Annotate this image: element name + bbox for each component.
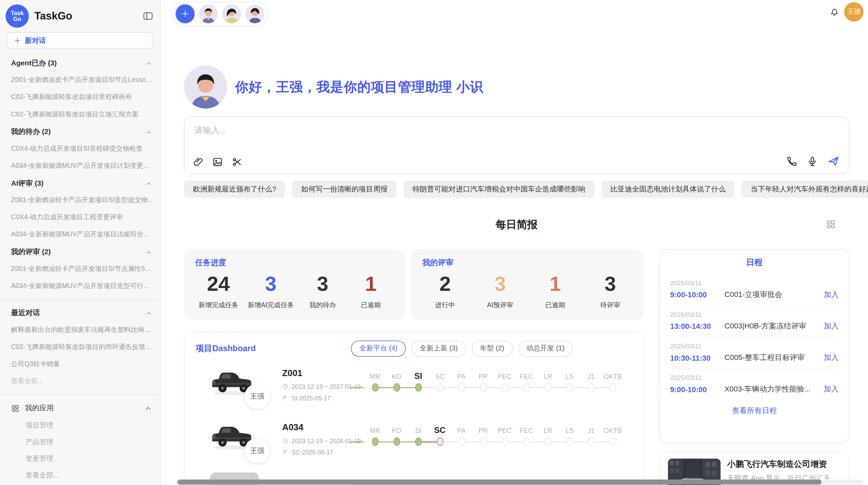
owner-name: 王强 <box>250 391 264 401</box>
message-input[interactable] <box>193 125 583 135</box>
milestone-label: OKTB <box>602 367 624 381</box>
schedule-date: 2025/03/11 <box>670 343 839 349</box>
milestone-label: J1 <box>580 421 602 435</box>
join-meeting-link[interactable]: 加入 <box>824 384 839 394</box>
member-avatar-1[interactable] <box>199 4 218 23</box>
app-sub-item[interactable]: 产品管理 <box>0 434 160 450</box>
conversation-item[interactable]: A034-全新新能源MUV产品开发项目法规符合性评审 <box>0 226 160 243</box>
schedule-item: 2025/03/1110:30-11:30C005-整车工程目标评审加入 <box>670 338 839 369</box>
join-meeting-link[interactable]: 加入 <box>824 290 839 300</box>
conversation-item[interactable]: Z001-全新燃油轻卡产品开发项目SI节点属性5D文件评审 <box>0 260 160 277</box>
suggestion-chip[interactable]: 欧洲新规最近颁布了什么? <box>184 181 285 198</box>
conversation-item[interactable]: C02-飞腾新能源轻客改款项目立项汇报方案 <box>0 106 160 123</box>
new-chat-button[interactable]: 新对话 <box>7 32 153 49</box>
recent-conversation-item[interactable]: 查看全部... <box>0 373 160 390</box>
schedule-time: 9:00-10:00 <box>670 290 724 299</box>
suggestion-chip[interactable]: 当下年轻人对汽车外观有怎样的喜好趋势 <box>742 181 868 198</box>
phone-call-icon[interactable] <box>786 156 798 167</box>
chevron-up-icon <box>145 128 153 135</box>
suggestion-chip[interactable]: 如何写一份清晰的项目周报 <box>292 181 396 198</box>
milestone: PR <box>472 421 494 450</box>
conversation-item[interactable]: C0X4-动力总成开发项目工程变更评审 <box>0 209 160 226</box>
section-header[interactable]: 我的评审 (2) <box>0 243 160 260</box>
dashboard-header: 项目Dashboard 全新平台 (4)全新上装 (3)年型 (2)动总开发 (… <box>184 333 643 357</box>
milestone-label: PA <box>451 367 472 381</box>
recent-conversation-item[interactable]: 解释最新出台的欧盟报废车法规再生塑料比例被调至15%... <box>0 321 160 338</box>
sidebar-item-my-apps[interactable]: 我的应用 <box>0 399 160 417</box>
view-all-schedule-link[interactable]: 查看所有日程 <box>670 406 839 416</box>
section-header[interactable]: 我的待办 (2) <box>0 123 160 140</box>
app-sub-item[interactable]: 变更管理 <box>0 450 160 467</box>
date-range-text: 2023-12-19 ~ 2027-01-19 <box>291 383 361 390</box>
attachment-icon[interactable] <box>192 156 204 168</box>
section-header[interactable]: 最近对话 <box>0 304 160 321</box>
task-progress-card: 任务进度 24新增完成任务3新增AI完成任务3我的待办1已逾期 <box>184 249 405 320</box>
schedule-card: 日程 2025/03/119:00-10:00C001-立项审批会加入2025/… <box>660 249 849 443</box>
member-avatar-3[interactable] <box>245 4 264 23</box>
schedule-item-row: 9:00-10:00C001-立项审批会加入 <box>670 290 839 300</box>
member-avatar-2[interactable] <box>222 4 241 23</box>
milestone: J1 <box>580 421 602 450</box>
conversation-item[interactable]: C0X4-动力总成开发项目SI里程碑提交物检查 <box>0 140 160 157</box>
sidebar-header: Task Go TaskGo <box>0 0 160 28</box>
milestone: FEC <box>516 367 537 396</box>
milestone-dot <box>545 437 551 446</box>
agent-avatars <box>199 4 264 23</box>
hero: 你好，王强，我是你的项目管理助理 小识 <box>184 65 483 109</box>
join-meeting-link[interactable]: 加入 <box>824 321 839 331</box>
sidebar-item[interactable]: 我的云空间 <box>0 484 160 485</box>
clock <box>282 383 289 390</box>
milestone-dot <box>480 437 486 446</box>
milestone-dot <box>566 383 573 391</box>
schedule-event-title: C003|H0B-方案冻结评审 <box>724 321 819 331</box>
suggestion-chip[interactable]: 特朗普可能对进口汽车增税会对中国车企造成哪些影响 <box>403 181 594 198</box>
notification-bell-icon[interactable] <box>829 7 840 17</box>
recent-conversation-item[interactable]: 公司Q3轻卡销量 <box>0 356 160 373</box>
image-upload-icon[interactable] <box>212 156 224 168</box>
milestone-dot <box>545 383 551 391</box>
milestone-timeline: MRKOSISCPAPRPECFECLRLSJ1OKTB <box>364 367 624 396</box>
schedule-title: 日程 <box>670 258 839 268</box>
logo-text-top: Task <box>11 10 23 16</box>
app-title: TaskGo <box>34 10 142 22</box>
dashboard-filter-chip[interactable]: 动总开发 (1) <box>518 340 573 357</box>
conversation-item[interactable]: Z001-全新燃油皮卡产品开发项目SI节点Lesson Learn报告 <box>0 72 160 89</box>
conversation-item[interactable]: A034-全新新能源MUV产品开发项目造型可行性评审 <box>0 277 160 295</box>
app-sub-item[interactable]: 查看全部... <box>0 467 160 484</box>
schedule-event-title: C001-立项审批会 <box>724 290 819 300</box>
milestone-dot <box>566 437 573 446</box>
suggestion-chip[interactable]: 比亚迪全固态电池计划具体说了什么 <box>602 181 735 198</box>
stats-row: 2进行中3AI预评审1已逾期3待评审 <box>422 273 633 310</box>
layout-grid-icon[interactable] <box>826 219 836 229</box>
sidebar-apps: 我的应用项目管理产品管理变更管理查看全部... <box>0 399 160 484</box>
conversation-item[interactable]: A034-全新新能源MUV产品开发项目计划变更表编写 <box>0 157 160 174</box>
send-icon[interactable] <box>827 155 840 168</box>
microphone-icon[interactable] <box>807 156 818 167</box>
dashboard-filter-chip[interactable]: 全新平台 (4) <box>351 340 406 357</box>
horizontal-scrollbar-thumb[interactable] <box>177 480 821 485</box>
conversation-item[interactable]: C02-飞腾新能源轻客改款项目里程碑画布 <box>0 89 160 106</box>
sidebar-toggle-icon[interactable] <box>143 11 154 22</box>
conversation-item[interactable]: Z001-全新燃油轻卡产品开发项目SI造型提交物评审 <box>0 191 160 209</box>
add-agent-button[interactable] <box>176 4 195 23</box>
dashboard-filter-chip[interactable]: 全新上装 (3) <box>411 340 466 357</box>
section-header[interactable]: Agent已办 (3) <box>0 54 160 71</box>
section-header[interactable]: AI评审 (3) <box>0 174 160 191</box>
app-sub-item[interactable]: 项目管理 <box>0 417 160 434</box>
recent-conversation-item[interactable]: C02-飞腾新能源轻客改款项目的闭环通告反馈情况 <box>0 338 160 356</box>
milestone: LR <box>537 367 559 396</box>
milestone-label: J1 <box>580 367 602 381</box>
milestone: LR <box>537 421 559 450</box>
sidebar-section: 我的评审 (2)Z001-全新燃油轻卡产品开发项目SI节点属性5D文件评审A03… <box>0 243 160 295</box>
milestone-label: KO <box>386 367 407 381</box>
dashboard-filter-chip[interactable]: 年型 (2) <box>472 340 513 357</box>
milestone-dot-area <box>602 435 624 450</box>
scissors-icon[interactable] <box>231 156 243 168</box>
user-avatar[interactable]: 王强 <box>844 2 864 22</box>
card-title: 任务进度 <box>195 258 394 268</box>
stat-value: 1 <box>351 273 390 296</box>
logo-text-bottom: Go <box>13 16 21 22</box>
milestone: J1 <box>580 367 602 396</box>
agent-switcher <box>172 2 268 26</box>
join-meeting-link[interactable]: 加入 <box>824 353 839 363</box>
